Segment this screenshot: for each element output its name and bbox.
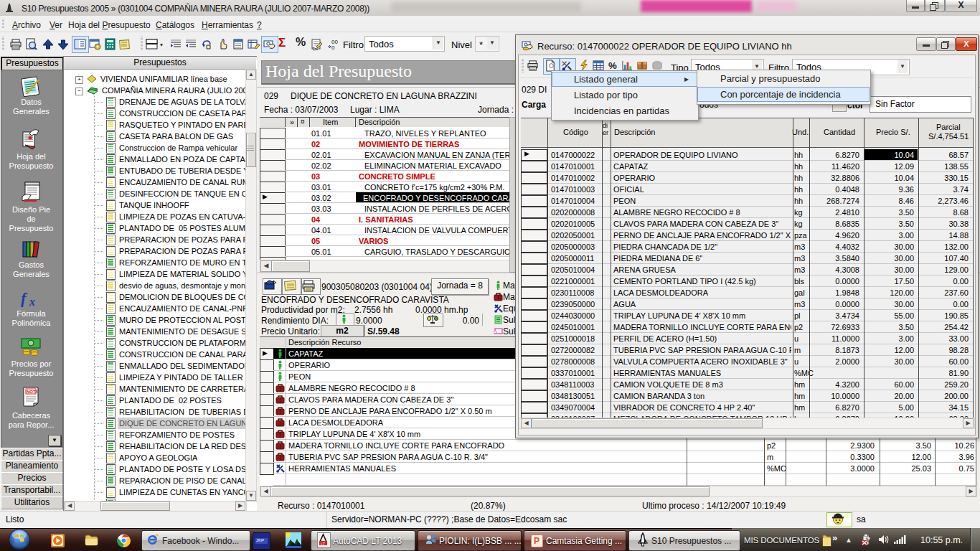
svg-text:x: x (29, 296, 35, 308)
svg-text:0: 0 (331, 44, 335, 51)
svg-text:f: f (21, 289, 28, 307)
svg-text:NOTA: NOTA (27, 390, 39, 394)
svg-text:%: % (608, 60, 617, 71)
svg-text:LT: LT (321, 542, 326, 546)
